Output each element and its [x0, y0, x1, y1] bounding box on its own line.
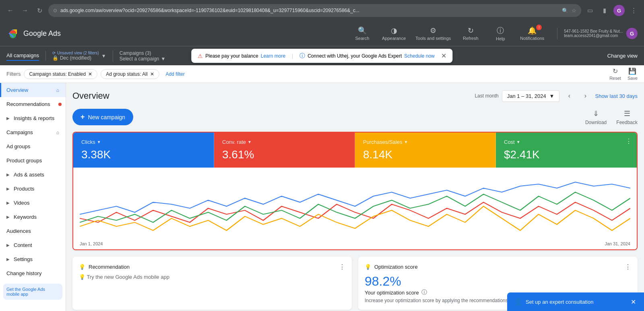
date-controls: Last month Jan 1 – 31, 2024 ▼ ‹ › Show l… [475, 89, 638, 102]
more-options-button[interactable]: ⋮ [625, 137, 632, 145]
metrics-row: Clicks ▼ 3.38K Conv. rate ▼ 3.61% Purcha… [73, 133, 637, 168]
clicks-value: 3.38K [81, 148, 206, 161]
campaign-bar-left: All campaigns ⟳ Unsaved view (2 filters)… [6, 50, 165, 62]
campaigns-selector[interactable]: Campaigns (3) Select a campaign ▼ [113, 50, 166, 62]
notification-close-button[interactable]: ✕ [441, 52, 446, 60]
videos-expand-icon: ▶ [6, 201, 10, 205]
recommendation-bulb-icon: 💡 [79, 274, 85, 280]
sidebar-button[interactable]: ▮ [599, 5, 610, 16]
bulb-icon: 💡 [79, 264, 85, 270]
nav-notifications[interactable]: 🔔 ! Notifications [520, 26, 544, 41]
google-ads-logo[interactable]: Google Ads [6, 27, 79, 40]
sidebar-item-settings[interactable]: ▶ Settings [0, 252, 66, 266]
reload-button[interactable]: ↻ [34, 5, 45, 16]
address-bar[interactable]: ⊙ ads.google.com/aw/overview?ocid=209276… [48, 4, 581, 17]
clicks-label: Clicks ▼ [81, 139, 206, 145]
content-area: Overview Last month Jan 1 – 31, 2024 ▼ ‹… [66, 83, 644, 311]
lock-icon: 🔒 [52, 55, 58, 61]
date-prev-button[interactable]: ‹ [563, 89, 576, 102]
sidebar-item-videos[interactable]: ▶ Videos [0, 196, 66, 210]
content-expand-icon: ▶ [6, 243, 10, 247]
sidebar-item-ad-groups[interactable]: Ad groups [0, 139, 66, 153]
optimization-score-row: 98.2% [365, 274, 631, 289]
notification-badge: ! [536, 25, 542, 30]
save-button[interactable]: 💾 Save [627, 67, 638, 81]
expert-banner-icon: 👤 [514, 297, 522, 306]
ad-group-status-chip[interactable]: Ad group status: All ✕ [101, 69, 159, 79]
sidebar-item-keywords[interactable]: ▶ Keywords [0, 210, 66, 224]
purchases-metric[interactable]: Purchases/Sales ▼ 8.14K [355, 133, 496, 168]
new-campaign-button[interactable]: + New campaign [72, 109, 133, 125]
refresh-nav-icon: ↻ [468, 26, 474, 35]
cost-arrow-icon: ▼ [516, 140, 520, 144]
change-view-button[interactable]: Change view [607, 53, 638, 59]
address-icon: ⊙ [53, 8, 57, 13]
add-filter-button[interactable]: Add filter [163, 70, 188, 79]
nav-tools[interactable]: ⚙ Tools and settings [415, 26, 451, 41]
app-name: Google Ads [23, 29, 61, 38]
nav-appearance[interactable]: ◑ Appearance [382, 26, 406, 41]
download-button[interactable]: ⇓ Download [585, 109, 607, 125]
sidebar-item-products[interactable]: ▶ Products [0, 182, 66, 196]
help-nav-icon: ⓘ [497, 26, 504, 35]
settings-expand-icon: ▶ [6, 257, 10, 261]
sidebar-item-audiences[interactable]: Audiences [0, 224, 66, 238]
learn-more-link[interactable]: Learn more [261, 53, 285, 59]
nav-help[interactable]: ⓘ Help [490, 26, 510, 41]
feedback-button[interactable]: ☰ Feedback [616, 109, 638, 125]
chart-start-date: Jan 1, 2024 [80, 241, 103, 246]
expert-consultation-button[interactable]: Set up an expert consultation [526, 299, 593, 305]
account-info[interactable]: 547-961-1582 Bee Fruity & Nut... team.ac… [557, 28, 638, 39]
recommendation-header: 💡 Recommendation ⋮ [79, 263, 345, 271]
products-expand-icon: ▶ [6, 187, 10, 191]
all-campaigns-tab[interactable]: All campaigns [6, 51, 39, 61]
nav-search[interactable]: 🔍 Search [352, 26, 372, 41]
extensions-button[interactable]: ▭ [584, 5, 596, 16]
menu-button[interactable]: ⋮ [628, 5, 639, 16]
search-icon: 🔍 [562, 8, 568, 14]
warning-icon: ⚠ [198, 53, 203, 59]
sidebar-item-overview[interactable]: Overview ⌂ [0, 83, 66, 97]
optimization-more-button[interactable]: ⋮ [625, 263, 631, 271]
ads-expand-icon: ▶ [6, 172, 10, 177]
purchases-arrow-icon: ▼ [404, 140, 408, 144]
performance-chart [80, 174, 630, 238]
clicks-metric[interactable]: Clicks ▼ 3.38K [73, 133, 214, 168]
keywords-expand-icon: ▶ [6, 215, 10, 219]
get-app-banner[interactable]: Get the Google Ads mobile app [3, 284, 62, 300]
sidebar-item-campaigns[interactable]: Campaigns ⌂ [0, 125, 66, 139]
sidebar-item-ads-assets[interactable]: ▶ Ads & assets [0, 168, 66, 182]
show-last-30-button[interactable]: Show last 30 days [595, 93, 638, 99]
chip2-close-icon: ✕ [150, 71, 154, 77]
sidebar-item-insights[interactable]: ▶ Insights & reports [0, 111, 66, 125]
metrics-card: Clicks ▼ 3.38K Conv. rate ▼ 3.61% Purcha… [72, 132, 638, 250]
back-button[interactable]: ← [5, 5, 16, 16]
optimization-bulb-icon: 💡 [365, 264, 371, 270]
campaign-actions: + New campaign ⇓ Download ☰ Feedback [72, 109, 638, 125]
forward-button[interactable]: → [19, 5, 31, 16]
unsaved-chevron-icon: ▼ [101, 53, 106, 59]
conv-rate-metric[interactable]: Conv. rate ▼ 3.61% [214, 133, 355, 168]
nav-refresh[interactable]: ↻ Refresh [460, 26, 481, 41]
browser-chrome: ← → ↻ ⊙ ads.google.com/aw/overview?ocid=… [0, 0, 644, 21]
notif-separator: | [292, 53, 293, 59]
sidebar-item-product-groups[interactable]: Product groups [0, 153, 66, 168]
campaign-status-chip[interactable]: Campaign status: Enabled ✕ [24, 69, 97, 79]
search-nav-icon: 🔍 [358, 26, 367, 35]
cost-metric[interactable]: Cost ▼ $2.41K ⋮ [496, 133, 637, 168]
account-avatar[interactable]: G [626, 28, 638, 39]
expert-banner-close-button[interactable]: ✕ [629, 298, 638, 306]
sidebar-item-recommendations[interactable]: Recommendations [0, 97, 66, 111]
sidebar-item-change-history[interactable]: Change history [0, 266, 66, 280]
sidebar-item-content[interactable]: ▶ Content [0, 238, 66, 252]
unsaved-view-selector[interactable]: ⟳ Unsaved view (2 filters) 🔒 Dec (modifi… [45, 51, 106, 61]
date-next-button[interactable]: › [579, 89, 592, 102]
opt-info-icon[interactable]: ⓘ [421, 289, 427, 296]
profile-avatar[interactable]: G [613, 5, 625, 16]
date-range-selector[interactable]: Jan 1 – 31, 2024 ▼ [502, 90, 560, 102]
schedule-now-link[interactable]: Schedule now [404, 53, 434, 59]
star-icon: ☆ [572, 8, 576, 14]
cost-label: Cost ▼ [504, 139, 629, 145]
recommendation-more-button[interactable]: ⋮ [339, 263, 345, 271]
reset-button[interactable]: ↻ Reset [609, 67, 621, 81]
